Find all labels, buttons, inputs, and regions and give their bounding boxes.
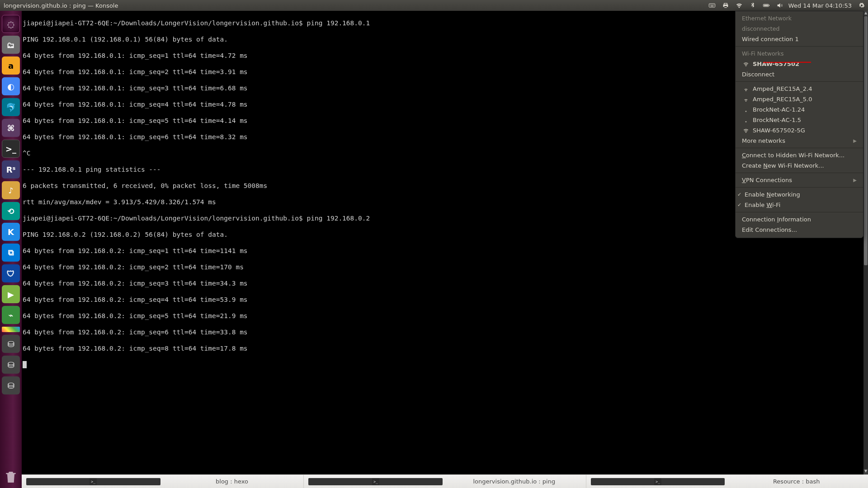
terminal-line: --- 192.168.0.1 ping statistics --- — [23, 166, 161, 173]
launcher-dash[interactable]: ◌ — [2, 15, 20, 33]
edit-connections-item[interactable]: Edit Connections... — [736, 225, 863, 235]
svg-rect-2 — [711, 5, 712, 5]
terminal-icon: >_ — [26, 478, 160, 485]
wired-connection-item[interactable]: Wired connection 1 — [736, 34, 863, 44]
wifi-signal-icon — [742, 86, 750, 92]
launcher-files[interactable]: 🗂 — [2, 36, 20, 54]
wifi-network-item[interactable]: BrockNet-AC-1.5 — [736, 115, 863, 125]
terminal-line: 64 bytes from 192.168.0.1: icmp_seq=4 tt… — [23, 101, 248, 108]
enable-wifi-toggle[interactable]: Enable Wi-Fi — [736, 200, 863, 210]
terminal-line: 64 bytes from 192.168.0.1: icmp_seq=1 tt… — [23, 52, 248, 59]
launcher-k-circle[interactable]: K — [2, 223, 20, 241]
terminal-line: 64 bytes from 192.168.0.1: icmp_seq=5 tt… — [23, 117, 248, 124]
svg-rect-7 — [769, 5, 769, 6]
sound-indicator[interactable] — [773, 0, 787, 11]
wifi-disconnect-item[interactable]: Disconnect — [736, 69, 863, 80]
svg-rect-4 — [713, 5, 714, 5]
launcher-chromium[interactable]: ◐ — [2, 77, 20, 95]
vpn-label: VPN Connections — [742, 177, 792, 183]
scrollbar-thumb[interactable] — [864, 16, 868, 265]
wifi-connected-item[interactable]: SHAW-657502 — [736, 59, 863, 69]
scrollbar-track[interactable] — [863, 16, 868, 469]
printer-indicator[interactable] — [719, 0, 732, 11]
launcher-wireshark[interactable]: ⌁ — [2, 306, 20, 324]
connection-information-item[interactable]: Connection Information — [736, 214, 863, 225]
battery-indicator[interactable] — [760, 0, 773, 11]
ethernet-status: disconnected — [736, 23, 863, 34]
bluetooth-indicator[interactable] — [746, 0, 760, 11]
wifi-network-item[interactable]: Amped_REC15A_2.4 — [736, 84, 863, 94]
launcher-drive-3[interactable]: ⛁ — [2, 376, 20, 394]
top-panel: longervision.github.io : ping — Konsole … — [0, 0, 868, 11]
wifi-signal-icon — [742, 61, 750, 67]
scrollbar-up-arrow[interactable]: ▲ — [863, 11, 868, 16]
terminal-line: jiapei@jiapei-GT72-6QE:~/Downloads/Longe… — [23, 19, 370, 27]
launcher-drive-2[interactable]: ⛁ — [2, 356, 20, 374]
terminal-line: 64 bytes from 192.168.0.2: icmp_seq=3 tt… — [23, 280, 248, 287]
network-indicator[interactable] — [732, 0, 746, 11]
chevron-right-icon: ▶ — [853, 138, 857, 143]
scrollbar-down-arrow[interactable]: ▼ — [863, 469, 868, 474]
bottom-taskbar: >_ blog : hexo >_ longervision.github.io… — [22, 474, 868, 488]
launcher-vscode[interactable]: ⧉ — [2, 244, 20, 262]
terminal-line: 64 bytes from 192.168.0.1: icmp_seq=2 tt… — [23, 68, 248, 75]
terminal-icon: >_ — [308, 478, 443, 485]
launcher-mysql[interactable]: 🐬 — [2, 98, 20, 116]
terminal-line: 64 bytes from 192.168.0.1: icmp_seq=3 tt… — [23, 84, 248, 92]
taskbar-item-label: blog : hexo — [165, 478, 299, 485]
terminal-line: 64 bytes from 192.168.0.2: icmp_seq=1 tt… — [23, 247, 248, 254]
keyboard-indicator[interactable] — [705, 0, 719, 11]
launcher-k-app[interactable]: ⌘ — [2, 119, 20, 137]
launcher-green-play[interactable]: ▶ — [2, 285, 20, 303]
launcher-trash[interactable] — [2, 466, 20, 484]
svg-text:>_: >_ — [91, 479, 96, 483]
terminal-scrollbar[interactable]: ▲ ▼ — [863, 11, 868, 474]
taskbar-item[interactable]: >_ longervision.github.io : ping — [304, 475, 586, 488]
terminal-line: 64 bytes from 192.168.0.2: icmp_seq=6 tt… — [23, 328, 248, 336]
terminal-line: PING 192.168.0.1 (192.168.0.1) 56(84) by… — [23, 36, 228, 43]
clock-indicator[interactable]: Wed 14 Mar 04:10:53 — [787, 0, 855, 11]
ethernet-header: Ethernet Network — [736, 13, 863, 23]
terminal-line: 64 bytes from 192.168.0.1: icmp_seq=6 tt… — [23, 133, 248, 141]
svg-rect-3 — [712, 5, 712, 5]
svg-text:>_: >_ — [656, 479, 660, 483]
svg-rect-5 — [710, 6, 713, 6]
taskbar-item-label: Resource : bash — [729, 478, 863, 485]
window-title: longervision.github.io : ping — Konsole — [0, 2, 122, 9]
more-networks-item[interactable]: More networks▶ — [736, 136, 863, 146]
wifi-signal-icon — [742, 117, 750, 123]
launcher-teal-app[interactable]: ⟲ — [2, 202, 20, 220]
svg-text:>_: >_ — [373, 479, 378, 483]
svg-rect-0 — [709, 4, 715, 7]
wifi-signal-icon — [742, 127, 750, 134]
create-new-wifi-item[interactable]: Create New Wi-Fi Network... — [736, 160, 863, 171]
launcher-terminal[interactable]: >_ — [2, 140, 20, 158]
enable-networking-toggle[interactable]: Enable Networking — [736, 189, 863, 200]
svg-rect-1 — [710, 5, 710, 5]
terminal-cursor — [23, 361, 27, 368]
launcher-yellow-app[interactable]: ♪ — [2, 181, 20, 199]
terminal-line: PING 192.168.0.2 (192.168.0.2) 56(84) by… — [23, 231, 228, 238]
wifi-signal-icon — [742, 107, 750, 113]
launcher-drive-1[interactable]: ⛁ — [2, 335, 20, 353]
create-new-label: Create New Wi-Fi Network... — [742, 162, 824, 169]
vpn-connections-item[interactable]: VPN Connections▶ — [736, 175, 863, 185]
connect-hidden-item[interactable]: Connect to Hidden Wi-Fi Network... — [736, 150, 863, 160]
wifi-network-item[interactable]: Amped_REC15A_5.0 — [736, 94, 863, 104]
chevron-right-icon: ▶ — [853, 178, 857, 183]
taskbar-item[interactable]: >_ Resource : bash — [586, 475, 868, 488]
terminal-line: rtt min/avg/max/mdev = 3.913/5.429/8.326… — [23, 198, 216, 206]
launcher-rstudio[interactable]: Rˢ — [2, 160, 20, 178]
launcher-shield[interactable]: 🛡 — [2, 264, 20, 282]
enable-wifi-label: Enable Wi-Fi — [745, 202, 780, 208]
wifi-network-item[interactable]: BrockNet-AC-1.24 — [736, 104, 863, 115]
taskbar-item-label: longervision.github.io : ping — [447, 478, 581, 485]
terminal-line: 64 bytes from 192.168.0.2: icmp_seq=4 tt… — [23, 296, 248, 303]
taskbar-item[interactable]: >_ blog : hexo — [22, 475, 304, 488]
launcher-amazon[interactable]: a — [2, 56, 20, 75]
terminal-line: 64 bytes from 192.168.0.2: icmp_seq=5 tt… — [23, 312, 248, 319]
launcher-color-strip[interactable] — [2, 327, 20, 332]
terminal-line: 64 bytes from 192.168.0.2: icmp_seq=8 tt… — [23, 345, 248, 352]
wifi-network-item[interactable]: SHAW-657502-5G — [736, 125, 863, 136]
session-gear-indicator[interactable] — [855, 0, 868, 11]
